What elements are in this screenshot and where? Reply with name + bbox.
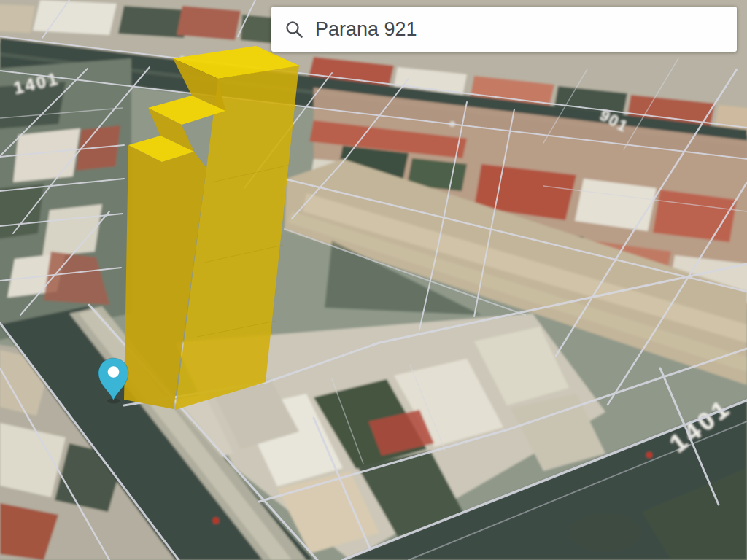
car <box>213 518 220 524</box>
map-application: 1401 901 1401 <box>0 0 747 560</box>
search-icon[interactable] <box>285 20 304 39</box>
search-bar <box>271 7 737 52</box>
map-3d-view[interactable]: 1401 901 1401 <box>0 0 747 560</box>
car <box>646 452 652 458</box>
pin-center-dot <box>108 366 120 378</box>
search-input[interactable] <box>315 7 737 52</box>
